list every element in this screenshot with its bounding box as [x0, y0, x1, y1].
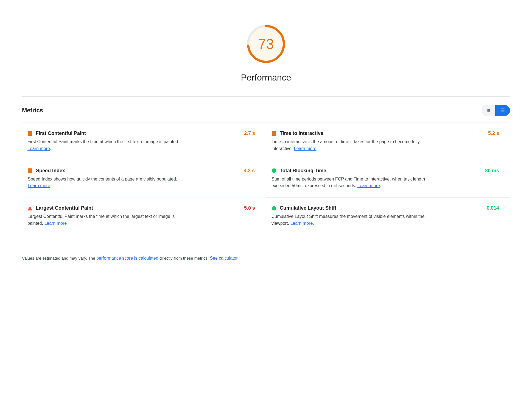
metric-fcp: First Contentful Paint 2.7 s First Conte…	[22, 123, 266, 160]
tti-value: 5.2 s	[488, 131, 499, 136]
si-name: Speed Index	[36, 168, 65, 174]
lcp-name: Largest Contentful Paint	[36, 205, 93, 211]
footer: Values are estimated and may vary. The p…	[22, 248, 510, 262]
fcp-description: First Contentful Paint marks the time at…	[27, 138, 187, 152]
tti-description: Time to interactive is the amount of tim…	[271, 138, 431, 152]
lcp-icon	[27, 206, 32, 211]
metric-tbt: Total Blocking Time 80 ms Sum of all tim…	[266, 160, 510, 198]
cls-icon	[271, 206, 276, 211]
tti-icon	[271, 131, 276, 136]
list-view-button[interactable]: ≡	[482, 105, 495, 116]
view-toggle: ≡ ☰	[482, 105, 510, 116]
lcp-learn-more[interactable]: Learn more	[44, 221, 67, 226]
metric-lcp: Largest Contentful Paint 5.0 s Largest C…	[22, 197, 266, 235]
cls-learn-more[interactable]: Learn more	[290, 221, 313, 226]
list-icon: ≡	[487, 108, 490, 113]
score-section: 73 Performance	[22, 11, 510, 96]
cls-name: Cumulative Layout Shift	[280, 205, 336, 211]
cls-description: Cumulative Layout Shift measures the mov…	[271, 213, 431, 227]
metrics-section: Metrics ≡ ☰ First Contentful Paint 2.7 s	[22, 96, 510, 235]
tbt-name: Total Blocking Time	[280, 168, 326, 174]
see-calculator-link[interactable]: See calculator.	[210, 256, 239, 260]
metric-si: Speed Index 4.2 s Speed Index shows how …	[22, 160, 266, 198]
score-circle: 73	[244, 22, 288, 66]
metrics-grid: First Contentful Paint 2.7 s First Conte…	[22, 123, 510, 235]
score-value: 73	[258, 36, 274, 52]
lcp-value: 5.0 s	[244, 205, 255, 211]
metric-tti: Time to Interactive 5.2 s Time to intera…	[266, 123, 510, 160]
metrics-title: Metrics	[22, 107, 43, 114]
score-label: Performance	[241, 73, 291, 83]
fcp-name: First Contentful Paint	[36, 131, 86, 136]
si-description: Speed Index shows how quickly the conten…	[28, 176, 187, 190]
tti-name: Time to Interactive	[280, 131, 323, 136]
tbt-description: Sum of all time periods between FCP and …	[271, 176, 431, 190]
tti-learn-more[interactable]: Learn more	[294, 146, 317, 151]
cls-value: 0.014	[487, 205, 499, 211]
fcp-icon	[27, 131, 32, 136]
tbt-icon	[271, 168, 276, 173]
footer-middle: directly from these metrics.	[158, 256, 210, 260]
tbt-learn-more[interactable]: Learn more	[357, 183, 380, 188]
si-learn-more[interactable]: Learn more	[28, 183, 50, 188]
grid-icon: ☰	[500, 107, 505, 113]
fcp-learn-more[interactable]: Learn more	[27, 146, 50, 151]
tbt-value: 80 ms	[485, 168, 499, 174]
si-icon	[28, 168, 33, 173]
perf-score-calc-link[interactable]: performance score is calculated	[96, 256, 158, 260]
fcp-value: 2.7 s	[244, 131, 255, 136]
lcp-description: Largest Contentful Paint marks the time …	[27, 213, 187, 227]
metric-cls: Cumulative Layout Shift 0.014 Cumulative…	[266, 197, 510, 235]
metrics-header: Metrics ≡ ☰	[22, 105, 510, 116]
footer-prefix: Values are estimated and may vary. The	[22, 256, 96, 260]
grid-view-button[interactable]: ☰	[495, 105, 510, 116]
si-value: 4.2 s	[244, 168, 255, 174]
